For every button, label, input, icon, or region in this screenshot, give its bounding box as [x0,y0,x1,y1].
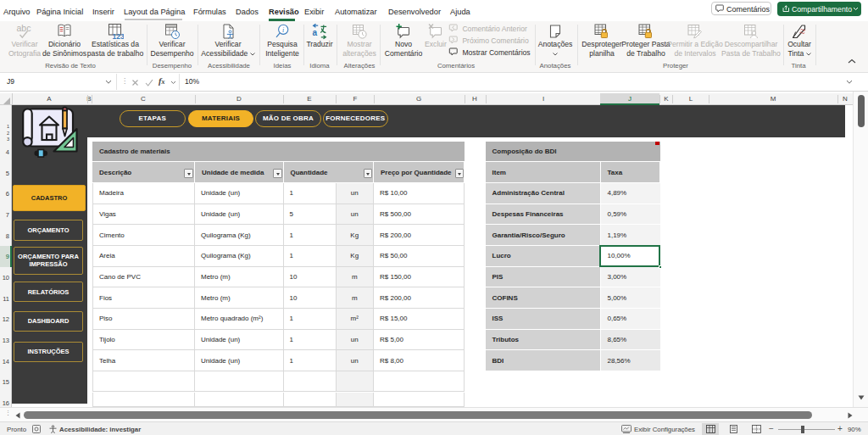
svg-text:i: i [282,26,284,34]
svg-text:123: 123 [113,32,125,40]
svg-text:abc: abc [17,23,31,33]
svg-text:a: a [313,28,318,37]
